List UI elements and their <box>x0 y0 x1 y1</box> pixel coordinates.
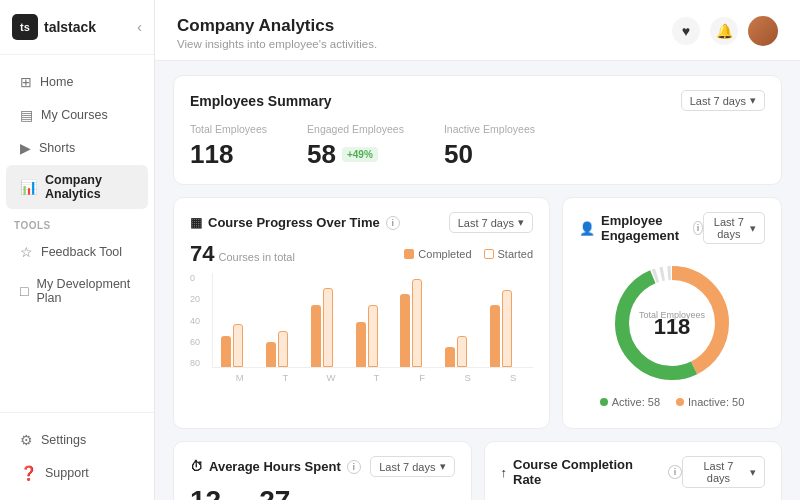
chevron-down-icon: ▾ <box>750 222 756 235</box>
completion-percent: 25% <box>501 496 557 500</box>
chevron-down-icon: ▾ <box>518 216 524 229</box>
inactive-employees-stat: Inactive Employees 50 <box>444 123 535 170</box>
bar-group <box>400 279 439 367</box>
bar-completed <box>221 336 231 367</box>
sidebar-bottom: ⚙ Settings ❓ Support <box>0 412 154 500</box>
course-progress-card: ▦ Course Progress Over Time i Last 7 day… <box>173 197 550 429</box>
course-progress-period-dropdown[interactable]: Last 7 days ▾ <box>449 212 533 233</box>
stat-label: Total Employees <box>190 123 267 135</box>
info-icon: i <box>347 460 361 474</box>
total-courses-label: Courses in total <box>218 251 294 263</box>
bar-chart: 806040200 MTWTFSS <box>190 273 533 383</box>
bar-started <box>368 305 378 367</box>
completion-stat: 25% ▲+0.4% <box>501 496 766 500</box>
active-legend: Active: 58 <box>600 396 660 408</box>
collapse-icon[interactable]: ‹ <box>137 19 142 35</box>
x-label: T <box>266 372 306 383</box>
completed-legend-dot <box>404 249 414 259</box>
home-icon: ⊞ <box>20 74 32 90</box>
engaged-employees-stat: Engaged Employees 58 +49% <box>307 123 404 170</box>
bar-completed <box>356 322 366 367</box>
sidebar-item-feedback-tool[interactable]: ☆ Feedback Tool <box>6 236 148 268</box>
active-dot <box>600 398 608 406</box>
bar-completed <box>311 305 321 367</box>
sidebar-item-my-dev-plan[interactable]: □ My Development Plan <box>6 269 148 313</box>
main-content: Company Analytics View insights into emp… <box>155 0 800 500</box>
bar-completed <box>400 294 410 367</box>
started-legend-dot <box>484 249 494 259</box>
header-icons: ♥ 🔔 <box>672 16 778 46</box>
legend-started: Started <box>484 248 533 260</box>
upload-icon: ↑ <box>501 465 508 480</box>
summary-stats: Total Employees 118 Engaged Employees 58… <box>190 123 765 170</box>
page-subtitle: View insights into employee's activities… <box>177 38 377 50</box>
stat-value: 118 <box>190 139 267 170</box>
sidebar-item-company-analytics[interactable]: 📊 Company Analytics <box>6 165 148 209</box>
average-hours-card: ⏱ Average Hours Spent i Last 7 days ▾ 12… <box>173 441 472 500</box>
sidebar-item-support[interactable]: ❓ Support <box>6 457 148 489</box>
analytics-icon: 📊 <box>20 179 37 195</box>
settings-icon: ⚙ <box>20 432 33 448</box>
bar-group <box>266 331 305 367</box>
logo-mark: ts <box>12 14 38 40</box>
chevron-down-icon: ▾ <box>440 460 446 473</box>
bar-completed <box>266 342 276 367</box>
sidebar-item-label: Home <box>40 75 73 89</box>
employees-summary-card: Employees Summary Last 7 days ▾ Total Em… <box>173 75 782 185</box>
bar-started <box>233 324 243 367</box>
bar-group <box>490 290 529 367</box>
sidebar-logo: ts talstack ‹ <box>0 0 154 55</box>
chevron-down-icon: ▾ <box>750 466 756 479</box>
bar-group <box>311 288 350 367</box>
y-axis: 806040200 <box>190 273 212 368</box>
summary-title: Employees Summary <box>190 93 332 109</box>
person-icon: 👤 <box>579 221 595 236</box>
x-label: S <box>448 372 488 383</box>
x-label: T <box>357 372 397 383</box>
x-label: M <box>220 372 260 383</box>
avatar[interactable] <box>748 16 778 46</box>
avg-hours-period-dropdown[interactable]: Last 7 days ▾ <box>370 456 454 477</box>
stat-value: 58 +49% <box>307 139 404 170</box>
shorts-icon: ▶ <box>20 140 31 156</box>
x-label: S <box>493 372 533 383</box>
x-label: F <box>402 372 442 383</box>
sidebar-item-label: My Courses <box>41 108 108 122</box>
stat-label: Engaged Employees <box>307 123 404 135</box>
legend-completed: Completed <box>404 248 471 260</box>
bar-group <box>221 324 260 367</box>
chart-legend: Completed Started <box>404 248 533 260</box>
bar-completed <box>490 305 500 367</box>
chevron-down-icon: ▾ <box>750 94 756 107</box>
middle-row: ▦ Course Progress Over Time i Last 7 day… <box>173 197 782 429</box>
completion-period-dropdown[interactable]: Last 7 days ▾ <box>682 456 765 488</box>
info-icon: i <box>693 221 702 235</box>
feedback-icon: ☆ <box>20 244 33 260</box>
chart-icon: ▦ <box>190 215 202 230</box>
page-title: Company Analytics <box>177 16 377 36</box>
page-header: Company Analytics View insights into emp… <box>155 0 800 61</box>
sidebar-item-label: Company Analytics <box>45 173 134 201</box>
sidebar-item-home[interactable]: ⊞ Home <box>6 66 148 98</box>
dev-plan-icon: □ <box>20 283 28 299</box>
course-progress-title: ▦ Course Progress Over Time i <box>190 215 400 230</box>
engagement-period-dropdown[interactable]: Last 7 days ▾ <box>703 212 765 244</box>
sidebar-item-shorts[interactable]: ▶ Shorts <box>6 132 148 164</box>
inactive-legend: Inactive: 50 <box>676 396 744 408</box>
courses-icon: ▤ <box>20 107 33 123</box>
heart-icon[interactable]: ♥ <box>672 17 700 45</box>
bar-started <box>278 331 288 367</box>
sidebar-item-my-courses[interactable]: ▤ My Courses <box>6 99 148 131</box>
avg-hours-title: ⏱ Average Hours Spent i <box>190 459 361 474</box>
stat-value: 50 <box>444 139 535 170</box>
summary-period-dropdown[interactable]: Last 7 days ▾ <box>681 90 765 111</box>
sidebar-item-settings[interactable]: ⚙ Settings <box>6 424 148 456</box>
bar-group <box>356 305 395 367</box>
hours-stat: 12 hours 27 minutes in total <box>190 485 455 500</box>
tools-label: TOOLS <box>0 210 154 235</box>
total-courses-number: 74 <box>190 241 214 267</box>
info-icon: i <box>386 216 400 230</box>
logo-text: talstack <box>44 19 96 35</box>
bell-icon[interactable]: 🔔 <box>710 17 738 45</box>
minutes-number: 27 <box>259 485 290 500</box>
